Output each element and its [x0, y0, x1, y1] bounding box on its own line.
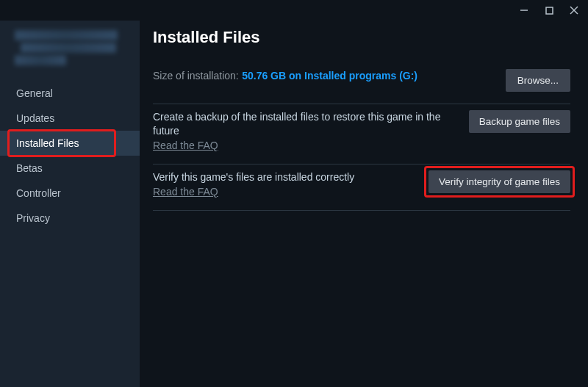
sidebar-item-betas[interactable]: Betas: [0, 156, 140, 181]
backup-faq-link[interactable]: Read the FAQ: [153, 140, 218, 151]
backup-description: Create a backup of the installed files t…: [153, 110, 457, 138]
minimize-button[interactable]: [514, 3, 534, 18]
content-body: General Updates Installed Files Betas Co…: [0, 21, 588, 387]
game-title-blurred: [0, 23, 140, 81]
verify-integrity-button[interactable]: Verify integrity of game files: [429, 170, 570, 193]
backup-row: Create a backup of the installed files t…: [153, 104, 570, 164]
main-panel: Installed Files Size of installation: 50…: [140, 21, 588, 387]
sidebar: General Updates Installed Files Betas Co…: [0, 21, 140, 387]
verify-row: Verify this game's files are installed c…: [153, 164, 570, 211]
sidebar-item-updates[interactable]: Updates: [0, 106, 140, 131]
installation-size-row: Size of installation: 50.76 GB on Instal…: [153, 63, 570, 104]
sidebar-item-general[interactable]: General: [0, 81, 140, 106]
sidebar-item-controller[interactable]: Controller: [0, 181, 140, 206]
page-title: Installed Files: [153, 28, 570, 47]
sidebar-item-privacy[interactable]: Privacy: [0, 206, 140, 231]
backup-game-files-button[interactable]: Backup game files: [469, 110, 570, 133]
sidebar-nav: General Updates Installed Files Betas Co…: [0, 81, 140, 231]
svg-rect-1: [546, 7, 553, 14]
browse-button[interactable]: Browse...: [506, 69, 570, 92]
size-label: Size of installation:: [153, 70, 239, 82]
blur-line: [15, 30, 118, 40]
verify-highlight: Verify integrity of game files: [429, 170, 570, 193]
size-value: 50.76 GB on Installed programs (G:): [242, 70, 417, 82]
titlebar: [0, 0, 588, 21]
verify-description: Verify this game's files are installed c…: [153, 170, 417, 184]
close-button[interactable]: [564, 3, 584, 18]
sidebar-item-installed-files[interactable]: Installed Files: [0, 131, 140, 156]
maximize-button[interactable]: [539, 3, 559, 18]
properties-window: General Updates Installed Files Betas Co…: [0, 0, 588, 387]
blur-line: [15, 55, 66, 65]
verify-faq-link[interactable]: Read the FAQ: [153, 186, 218, 198]
blur-line: [21, 43, 116, 53]
